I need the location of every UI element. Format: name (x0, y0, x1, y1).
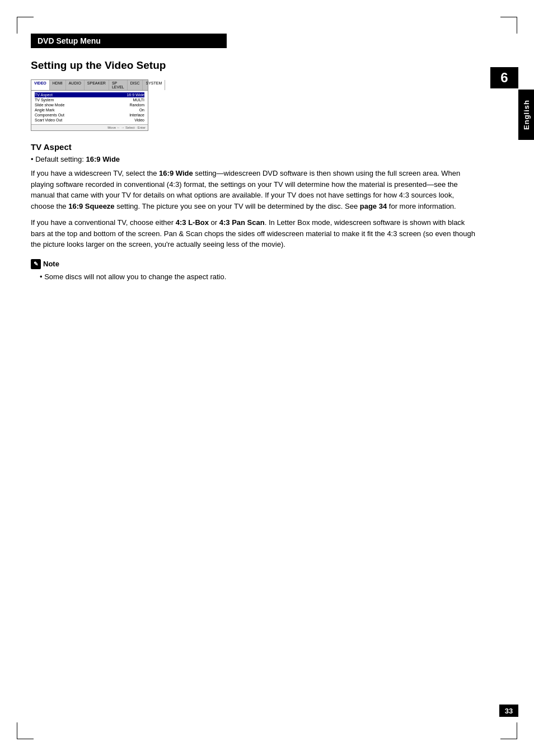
note-icon: ✎ (31, 259, 41, 269)
menu-row-components-out: Components Out Interlace (35, 112, 144, 118)
bold-page34: page 34 (360, 202, 387, 210)
section-title: Setting up the Video Setup (31, 59, 479, 72)
bold-43panscan: 4:3 Pan Scan (219, 218, 265, 227)
menu-tab-hdmi: HDMI (50, 80, 66, 90)
menu-tab-speaker: SPEAKER (85, 80, 109, 90)
corner-mark-tr (500, 17, 517, 34)
menu-label-slideshow: Slide show Mode (35, 103, 64, 107)
menu-row-scart-video: Scart Video Out Video (35, 118, 144, 123)
menu-tab-splevel: SP LEVEL (109, 80, 128, 90)
menu-label-angle-mark: Angle Mark (35, 108, 54, 112)
tv-aspect-paragraph2: If you have a conventional TV, choose ei… (31, 217, 479, 250)
menu-body: TV Aspect 16:9 Wide TV System MULTI Slid… (31, 91, 148, 124)
language-side-tab: English (518, 90, 534, 140)
page-number: 33 (505, 707, 513, 715)
menu-tab-video: VIDEO (31, 80, 50, 90)
menu-screenshot: VIDEO HDMI AUDIO SPEAKER SP LEVEL DISC S… (31, 79, 148, 131)
note-label: Note (43, 260, 59, 268)
tv-aspect-paragraph1: If you have a widescreen TV, select the … (31, 168, 479, 212)
default-setting: Default setting: 16:9 Wide (31, 155, 479, 163)
menu-value-tv-aspect: 16:9 Wide (127, 93, 144, 97)
menu-label-tv-system: TV System (35, 98, 54, 102)
menu-row-tv-system: TV System MULTI (35, 97, 144, 102)
corner-mark-bl (17, 722, 34, 739)
menu-row-tv-aspect: TV Aspect 16:9 Wide (35, 92, 144, 97)
menu-value-slideshow: Random (130, 103, 144, 107)
note-box: ✎ Note Some discs will not allow you to … (31, 259, 479, 283)
menu-tab-disc: DISC (128, 80, 143, 90)
menu-label-scart-video: Scart Video Out (35, 118, 62, 122)
bold-169-wide: 16:9 Wide (159, 169, 193, 177)
menu-tab-audio: AUDIO (66, 80, 85, 90)
menu-row-angle-mark: Angle Mark On (35, 107, 144, 112)
menu-value-tv-system: MULTI (133, 98, 144, 102)
tv-aspect-heading: TV Aspect (31, 142, 479, 152)
header-title: DVD Setup Menu (38, 36, 101, 45)
menu-footer: Move ← → Select · Enter (31, 124, 148, 130)
menu-tab-system: SYSTEM (143, 80, 165, 90)
corner-mark-tl (17, 17, 34, 34)
default-setting-label: Default setting: (35, 155, 84, 163)
menu-value-components-out: Interlace (129, 113, 144, 117)
page-box: 33 (499, 705, 518, 717)
chapter-number: 6 (500, 70, 508, 86)
menu-row-slideshow: Slide show Mode Random (35, 102, 144, 107)
note-icon-symbol: ✎ (34, 261, 38, 267)
chapter-box: 6 (490, 67, 518, 88)
header-bar: DVD Setup Menu (31, 34, 227, 48)
bold-43lbox: 4:3 L-Box (176, 218, 209, 227)
menu-footer-text: Move ← → Select · Enter (107, 126, 146, 129)
bold-169-squeeze: 16:9 Squeeze (68, 202, 114, 210)
menu-tabs: VIDEO HDMI AUDIO SPEAKER SP LEVEL DISC S… (31, 80, 148, 91)
language-label: English (522, 100, 531, 130)
note-item-1: Some discs will not allow you to change … (31, 271, 479, 283)
menu-value-scart-video: Video (134, 118, 144, 122)
main-content: DVD Setup Menu Setting up the Video Setu… (31, 34, 518, 282)
menu-label-tv-aspect: TV Aspect (35, 93, 53, 97)
menu-value-angle-mark: On (139, 108, 144, 112)
default-setting-value: 16:9 Wide (86, 155, 120, 163)
menu-label-components-out: Components Out (35, 113, 64, 117)
corner-mark-br (500, 722, 517, 739)
note-header: ✎ Note (31, 259, 479, 269)
